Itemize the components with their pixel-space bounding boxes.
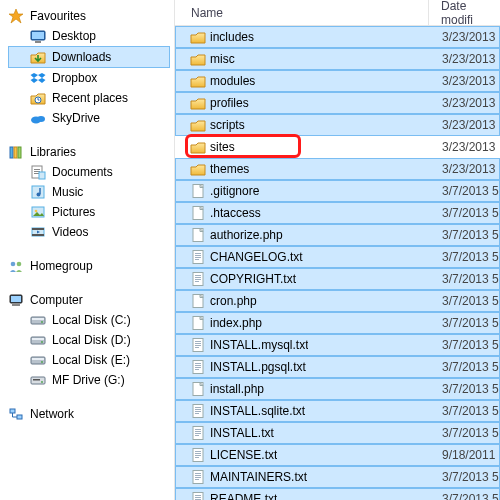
folder-icon [190,161,206,177]
file-name-cell: INSTALL.pgsql.txt [176,359,430,375]
nav-network[interactable]: Network [8,404,170,424]
text-icon [190,249,206,265]
file-name-cell: themes [176,161,430,177]
file-row[interactable]: sites3/23/2013 1 [175,136,500,158]
file-row[interactable]: themes3/23/2013 1 [175,158,500,180]
file-row[interactable]: includes3/23/2013 1 [175,26,500,48]
file-name: .htaccess [210,206,261,220]
file-date: 3/7/2013 5:0 [430,338,499,352]
file-name: install.php [210,382,264,396]
nav-libraries[interactable]: Libraries [8,142,170,162]
nav-item-music[interactable]: Music [8,182,170,202]
folder-icon [190,139,206,155]
text-icon [190,271,206,287]
folder-icon [190,29,206,45]
nav-item-documents[interactable]: Documents [8,162,170,182]
file-row[interactable]: authorize.php3/7/2013 5:0 [175,224,500,246]
file-row[interactable]: index.php3/7/2013 5:0 [175,312,500,334]
nav-item-desktop[interactable]: Desktop [8,26,170,46]
file-name: scripts [210,118,245,132]
nav-computer-label: Computer [30,293,83,307]
skydrive-icon [30,110,46,126]
nav-item-c[interactable]: Local Disk (C:) [8,310,170,330]
file-row[interactable]: modules3/23/2013 1 [175,70,500,92]
file-row[interactable]: INSTALL.mysql.txt3/7/2013 5:0 [175,334,500,356]
file-date: 3/23/2013 1 [430,140,499,154]
navigation-pane: FavouritesDesktopDownloadsDropboxRecent … [0,0,175,500]
file-name: index.php [210,316,262,330]
file-date: 3/7/2013 5:0 [430,492,499,500]
nav-homegroup-icon [8,258,24,274]
nav-item-e[interactable]: Local Disk (E:) [8,350,170,370]
file-name-cell: COPYRIGHT.txt [176,271,430,287]
file-row[interactable]: INSTALL.sqlite.txt3/7/2013 5:0 [175,400,500,422]
file-name: cron.php [210,294,257,308]
nav-item-label: Local Disk (D:) [52,333,131,347]
nav-item-label: Local Disk (C:) [52,313,131,327]
file-name: authorize.php [210,228,283,242]
lib-vid-icon [30,224,46,240]
dropbox-icon [30,70,46,86]
file-date: 3/7/2013 5:0 [430,360,499,374]
file-name-cell: CHANGELOG.txt [176,249,430,265]
file-row[interactable]: INSTALL.txt3/7/2013 5:0 [175,422,500,444]
file-row[interactable]: MAINTAINERS.txt3/7/2013 5:0 [175,466,500,488]
file-icon [190,381,206,397]
file-name: includes [210,30,254,44]
file-name: themes [210,162,249,176]
file-date: 3/7/2013 5:0 [430,272,499,286]
file-date: 3/23/2013 1 [430,118,499,132]
file-name: README.txt [210,492,277,500]
nav-favourites-icon [8,8,24,24]
file-date: 9/18/2011 2 [430,448,499,462]
file-row[interactable]: .gitignore3/7/2013 5:0 [175,180,500,202]
file-name-cell: includes [176,29,430,45]
file-icon [190,205,206,221]
nav-item-recent[interactable]: Recent places [8,88,170,108]
nav-item-label: Videos [52,225,88,239]
file-date: 3/7/2013 5:0 [430,228,499,242]
file-date: 3/7/2013 5:0 [430,316,499,330]
file-name: modules [210,74,255,88]
nav-item-label: Documents [52,165,113,179]
file-name-cell: cron.php [176,293,430,309]
nav-item-g[interactable]: MF Drive (G:) [8,370,170,390]
file-row[interactable]: profiles3/23/2013 1 [175,92,500,114]
file-icon [190,227,206,243]
hdd-icon [30,332,46,348]
file-row[interactable]: README.txt3/7/2013 5:0 [175,488,500,500]
file-row[interactable]: install.php3/7/2013 5:0 [175,378,500,400]
file-date: 3/23/2013 1 [430,52,499,66]
nav-item-videos[interactable]: Videos [8,222,170,242]
file-row[interactable]: scripts3/23/2013 1 [175,114,500,136]
text-icon [190,491,206,500]
file-name-cell: modules [176,73,430,89]
file-date: 3/7/2013 5:0 [430,184,499,198]
file-name-cell: authorize.php [176,227,430,243]
nav-item-dropbox[interactable]: Dropbox [8,68,170,88]
file-row[interactable]: COPYRIGHT.txt3/7/2013 5:0 [175,268,500,290]
nav-item-d[interactable]: Local Disk (D:) [8,330,170,350]
nav-item-pictures[interactable]: Pictures [8,202,170,222]
column-header-date[interactable]: Date modifi [429,0,500,25]
file-row[interactable]: CHANGELOG.txt3/7/2013 5:0 [175,246,500,268]
file-row[interactable]: misc3/23/2013 1 [175,48,500,70]
file-row[interactable]: LICENSE.txt9/18/2011 2 [175,444,500,466]
nav-homegroup[interactable]: Homegroup [8,256,170,276]
file-date: 3/7/2013 5:0 [430,470,499,484]
file-name: CHANGELOG.txt [210,250,303,264]
nav-item-label: SkyDrive [52,111,100,125]
folder-icon [190,73,206,89]
nav-item-downloads[interactable]: Downloads [8,46,170,68]
file-row[interactable]: .htaccess3/7/2013 5:0 [175,202,500,224]
file-row[interactable]: cron.php3/7/2013 5:0 [175,290,500,312]
file-name: misc [210,52,235,66]
nav-item-skydrive[interactable]: SkyDrive [8,108,170,128]
nav-computer[interactable]: Computer [8,290,170,310]
drive-icon [30,372,46,388]
nav-favourites[interactable]: Favourites [8,6,170,26]
column-header-name[interactable]: Name [175,0,429,25]
nav-libraries-icon [8,144,24,160]
file-row[interactable]: INSTALL.pgsql.txt3/7/2013 5:0 [175,356,500,378]
file-icon [190,293,206,309]
